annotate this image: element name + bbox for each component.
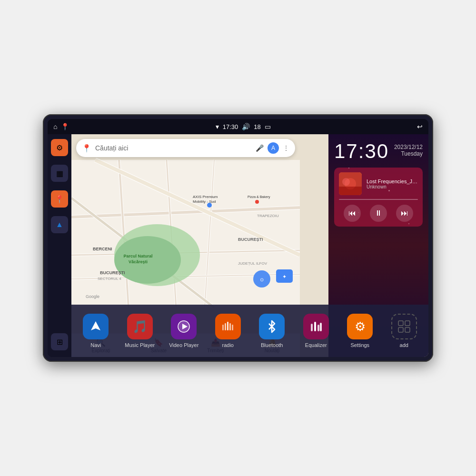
pause-button[interactable]: ⏸ [370, 205, 387, 222]
bluetooth-svg [266, 320, 278, 333]
pause-icon: ⏸ [375, 209, 382, 218]
music-player-widget: Lost Frequencies_Janie... Unknown ⏮ ⏸ [334, 168, 423, 227]
radio-label: radio [222, 342, 234, 348]
more-options-icon[interactable]: ⋮ [283, 144, 289, 152]
video-player-label: Video Player [169, 342, 198, 348]
next-icon: ⏭ [401, 209, 408, 218]
album-art [339, 172, 362, 195]
app-item-add[interactable]: add [388, 314, 419, 348]
microphone-icon[interactable]: 🎤 [256, 144, 264, 152]
app-item-navi[interactable]: Navi [80, 314, 111, 348]
navi-label: Navi [90, 342, 101, 348]
settings-icon: ⚙ [347, 314, 373, 339]
svg-rect-39 [339, 187, 362, 195]
svg-rect-56 [405, 327, 410, 332]
music-info: Lost Frequencies_Janie... Unknown [339, 172, 418, 195]
svg-rect-54 [405, 321, 410, 326]
svg-marker-41 [91, 321, 100, 330]
music-player-icon: 🎵 [127, 314, 153, 339]
svg-text:Parcul Natural: Parcul Natural [123, 254, 152, 258]
svg-rect-45 [225, 323, 226, 330]
app-item-bluetooth[interactable]: Bluetooth [257, 314, 288, 348]
map-svg: Parcul Natural Văcărești BUCUREȘTI JUDEȚ… [71, 134, 300, 333]
battery-level: 18 [254, 123, 260, 130]
svg-text:JUDEȚUL ILFOV: JUDEȚUL ILFOV [238, 261, 268, 266]
svg-text:Mobility - Sud: Mobility - Sud [193, 199, 216, 204]
radio-icon [215, 314, 241, 339]
prev-icon: ⏮ [348, 209, 356, 218]
equalizer-svg [309, 320, 323, 333]
svg-rect-44 [222, 325, 224, 330]
svg-rect-51 [317, 325, 319, 331]
album-art-image [339, 172, 362, 195]
play-button-svg [177, 320, 190, 333]
settings-label: Settings [350, 342, 369, 348]
sidebar-btn-files[interactable]: ▦ [51, 165, 68, 182]
map-search-bar[interactable]: 📍 Căutați aici 🎤 A ⋮ [76, 139, 295, 157]
svg-text:Pizza & Bakery: Pizza & Bakery [248, 195, 270, 199]
battery-icon: ▭ [265, 123, 271, 130]
svg-rect-49 [311, 324, 313, 331]
status-right: ↩ [417, 123, 423, 130]
sidebar-btn-maps[interactable]: 📍 [51, 190, 68, 208]
navi-icon [83, 314, 109, 339]
svg-rect-46 [227, 322, 228, 330]
svg-text:BERCENI: BERCENI [93, 247, 112, 251]
gear-icon: ⚙ [56, 143, 63, 152]
sidebar-btn-navigation[interactable]: ▲ [51, 216, 68, 233]
home-icon[interactable]: ⌂ [53, 123, 57, 130]
app-item-video-player[interactable]: Video Player [169, 314, 199, 348]
app-grid-section: Navi 🎵 Music Player [71, 305, 428, 357]
bluetooth-icon [259, 314, 285, 339]
add-icon [391, 314, 417, 339]
music-title: Lost Frequencies_Janie... [367, 178, 418, 184]
device: ⌂ 📍 ▾ 17:30 🔊 18 ▭ ↩ ⚙ ▦ [43, 114, 433, 362]
bluetooth-label: Bluetooth [261, 342, 283, 348]
main-content: ⚙ ▦ 📍 ▲ ⊞ [48, 134, 428, 357]
clock-section: 17:30 2023/12/12 Tuesday [334, 140, 423, 163]
navigation-arrow-icon: ▲ [56, 220, 63, 229]
screen: ⌂ 📍 ▾ 17:30 🔊 18 ▭ ↩ ⚙ ▦ [48, 119, 428, 357]
sidebar-btn-settings[interactable]: ⚙ [51, 139, 68, 156]
status-time: 17:30 [223, 123, 238, 130]
equalizer-label: Equalizer [305, 342, 327, 348]
album-art-svg [339, 172, 362, 195]
app-item-settings[interactable]: ⚙ Settings [345, 314, 376, 348]
clock-day-text: Tuesday [394, 150, 423, 157]
app-item-music-player[interactable]: 🎵 Music Player [124, 314, 155, 348]
svg-text:TRAPEZOIU: TRAPEZOIU [257, 214, 279, 218]
add-label: add [400, 342, 408, 348]
svg-rect-48 [232, 325, 233, 330]
svg-rect-47 [229, 323, 231, 330]
equalizer-icon [303, 314, 329, 339]
status-bar: ⌂ 📍 ▾ 17:30 🔊 18 ▭ ↩ [48, 119, 428, 134]
status-left-icons: ⌂ 📍 [53, 123, 69, 130]
app-grid: Navi 🎵 Music Player [76, 314, 424, 348]
svg-rect-52 [320, 323, 322, 331]
status-center: ▾ 17:30 🔊 18 ▭ [216, 123, 271, 130]
svg-text:AXIS Premium: AXIS Premium [193, 195, 218, 199]
svg-point-40 [342, 178, 350, 186]
google-maps-icon: 📍 [82, 144, 91, 153]
back-icon[interactable]: ↩ [417, 123, 423, 130]
user-avatar[interactable]: A [268, 142, 279, 154]
app-item-equalizer[interactable]: Equalizer [300, 314, 331, 348]
music-progress-bar[interactable] [339, 199, 418, 200]
svg-text:✦: ✦ [282, 274, 287, 279]
maps-status-icon[interactable]: 📍 [61, 123, 69, 130]
svg-point-30 [255, 200, 259, 204]
svg-text:SECTORUL 4: SECTORUL 4 [98, 277, 121, 281]
wifi-icon: ▾ [216, 123, 219, 130]
search-placeholder-text: Căutați aici [95, 144, 252, 152]
music-controls: ⏮ ⏸ ⏭ [339, 205, 418, 222]
sidebar-btn-apps[interactable]: ⊞ [51, 333, 68, 350]
volume-icon: 🔊 [242, 123, 250, 130]
app-item-radio[interactable]: radio [212, 314, 243, 348]
svg-rect-50 [314, 322, 316, 331]
clock-time-display: 17:30 [334, 140, 389, 163]
svg-rect-53 [398, 321, 403, 326]
next-button[interactable]: ⏭ [396, 205, 413, 222]
add-grid-svg [397, 320, 411, 333]
clock-date-text: 2023/12/12 [394, 144, 423, 150]
prev-button[interactable]: ⏮ [344, 205, 361, 222]
